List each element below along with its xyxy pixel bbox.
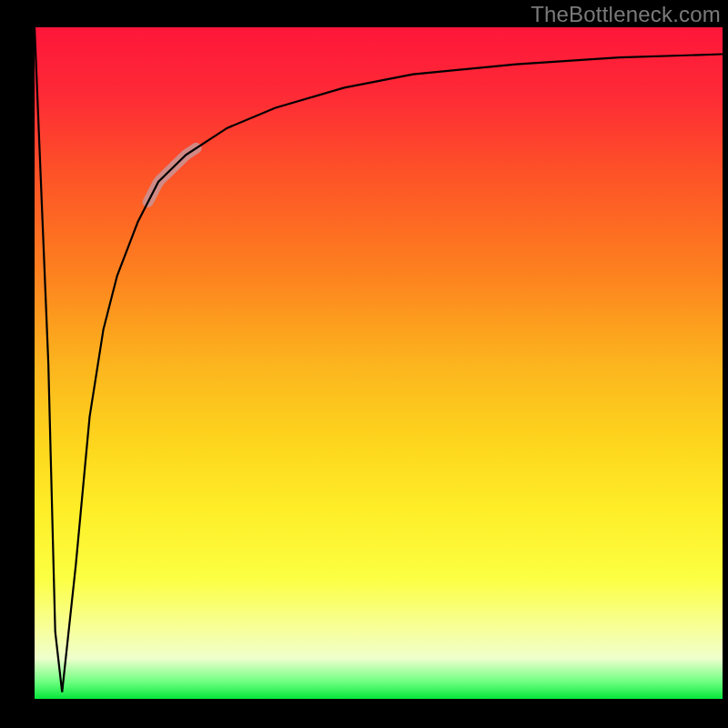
curve-svg — [35, 27, 723, 699]
chart-frame: TheBottleneck.com — [0, 0, 728, 728]
watermark-text: TheBottleneck.com — [531, 2, 721, 27]
bottleneck-curve — [35, 27, 723, 693]
curve-highlight-segment — [148, 148, 197, 202]
plot-area — [35, 27, 723, 699]
